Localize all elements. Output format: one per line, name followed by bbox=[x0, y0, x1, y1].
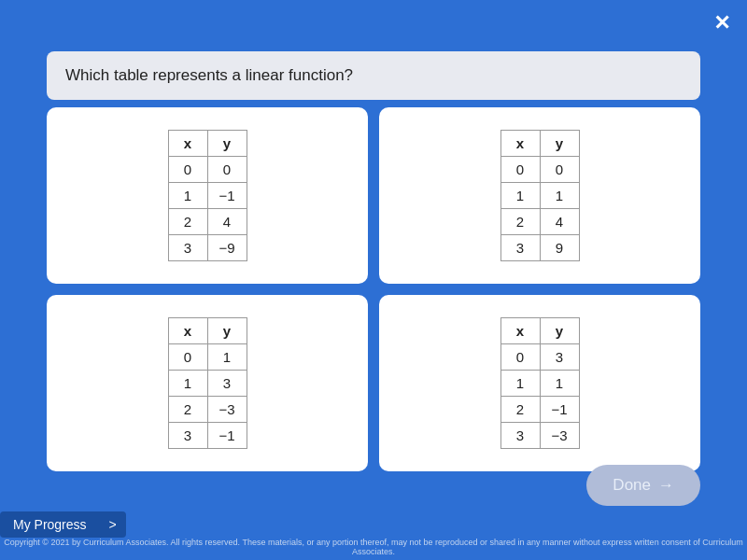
table-row: 01 bbox=[168, 344, 247, 371]
table-cell: 4 bbox=[207, 209, 247, 235]
table-row: 11 bbox=[500, 183, 579, 209]
done-arrow: → bbox=[658, 476, 674, 495]
table-cell: 2 bbox=[168, 397, 207, 423]
col-header-x-d: x bbox=[500, 318, 540, 344]
table-cell: 0 bbox=[207, 157, 247, 183]
question-text: Which table represents a linear function… bbox=[65, 66, 353, 84]
table-cell: −9 bbox=[207, 235, 247, 261]
table-cell: 0 bbox=[168, 344, 207, 371]
table-cell: 3 bbox=[168, 423, 207, 449]
table-cell: 9 bbox=[540, 235, 579, 261]
table-row: 39 bbox=[500, 235, 579, 261]
table-cell: 1 bbox=[168, 371, 207, 397]
table-option-d[interactable]: x y 03112−13−3 bbox=[379, 295, 700, 471]
my-progress-bar: My Progress > bbox=[0, 511, 126, 538]
table-row: 2−3 bbox=[168, 397, 247, 423]
table-cell: −1 bbox=[207, 183, 247, 209]
table-row: 11 bbox=[500, 371, 579, 397]
my-progress-chevron[interactable]: > bbox=[100, 511, 126, 538]
table-cell: −1 bbox=[207, 423, 247, 449]
table-cell: −3 bbox=[540, 423, 579, 449]
tables-grid: x y 001−1243−9 x y 00112439 x y bbox=[47, 107, 700, 471]
table-cell: 3 bbox=[500, 423, 540, 449]
col-header-y-a: y bbox=[207, 131, 247, 157]
table-cell: 3 bbox=[500, 235, 540, 261]
data-table-c: x y 01132−33−1 bbox=[168, 317, 247, 449]
data-table-d: x y 03112−13−3 bbox=[500, 317, 580, 449]
table-cell: 1 bbox=[500, 371, 540, 397]
table-row: 1−1 bbox=[168, 183, 247, 209]
col-header-y-b: y bbox=[540, 131, 579, 157]
table-cell: 3 bbox=[207, 371, 247, 397]
close-icon[interactable]: ✕ bbox=[713, 11, 730, 35]
table-cell: 0 bbox=[500, 157, 540, 183]
table-cell: 0 bbox=[168, 157, 207, 183]
table-cell: 0 bbox=[500, 344, 540, 371]
table-cell: 3 bbox=[540, 344, 579, 371]
done-label: Done bbox=[613, 476, 651, 495]
table-row: 2−1 bbox=[500, 397, 579, 423]
data-table-b: x y 00112439 bbox=[500, 130, 580, 261]
table-cell: 4 bbox=[540, 209, 579, 235]
question-box: Which table represents a linear function… bbox=[47, 51, 700, 100]
table-row: 00 bbox=[168, 157, 247, 183]
table-row: 3−3 bbox=[500, 423, 579, 449]
table-cell: 2 bbox=[500, 397, 540, 423]
table-option-b[interactable]: x y 00112439 bbox=[379, 107, 700, 284]
table-cell: 3 bbox=[168, 235, 207, 261]
table-row: 24 bbox=[168, 209, 247, 235]
table-row: 3−1 bbox=[168, 423, 247, 449]
table-option-c[interactable]: x y 01132−33−1 bbox=[47, 295, 368, 471]
my-progress-label: My Progress bbox=[0, 511, 100, 538]
table-cell: 1 bbox=[207, 344, 247, 371]
footer-text: Copyright © 2021 by Curriculum Associate… bbox=[4, 538, 742, 556]
done-button[interactable]: Done → bbox=[586, 465, 700, 506]
table-cell: −1 bbox=[540, 397, 579, 423]
table-row: 13 bbox=[168, 371, 247, 397]
data-table-a: x y 001−1243−9 bbox=[168, 130, 247, 261]
col-header-x-a: x bbox=[168, 131, 207, 157]
col-header-x-c: x bbox=[168, 318, 207, 344]
footer-copyright: Copyright © 2021 by Curriculum Associate… bbox=[0, 538, 747, 556]
col-header-y-c: y bbox=[207, 318, 247, 344]
table-option-a[interactable]: x y 001−1243−9 bbox=[47, 107, 368, 284]
table-cell: 1 bbox=[540, 371, 579, 397]
col-header-y-d: y bbox=[540, 318, 579, 344]
table-row: 00 bbox=[500, 157, 579, 183]
table-row: 03 bbox=[500, 344, 579, 371]
table-cell: 1 bbox=[168, 183, 207, 209]
table-cell: 1 bbox=[540, 183, 579, 209]
table-cell: −3 bbox=[207, 397, 247, 423]
table-cell: 2 bbox=[500, 209, 540, 235]
table-row: 3−9 bbox=[168, 235, 247, 261]
table-cell: 1 bbox=[500, 183, 540, 209]
table-cell: 0 bbox=[540, 157, 579, 183]
table-cell: 2 bbox=[168, 209, 207, 235]
table-row: 24 bbox=[500, 209, 579, 235]
col-header-x-b: x bbox=[500, 131, 540, 157]
